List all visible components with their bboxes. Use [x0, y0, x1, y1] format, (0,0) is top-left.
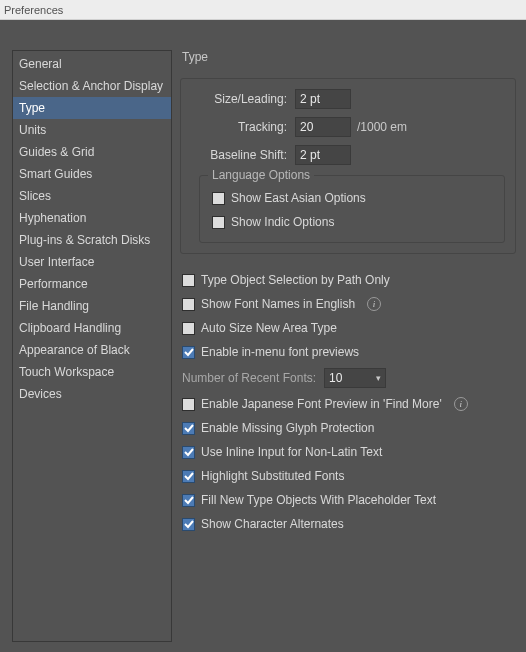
- jp-preview-row[interactable]: Enable Japanese Font Preview in 'Find Mo…: [180, 392, 516, 416]
- placeholder-label: Fill New Type Objects With Placeholder T…: [201, 493, 436, 507]
- info-icon[interactable]: i: [367, 297, 381, 311]
- size-leading-label: Size/Leading:: [191, 92, 295, 106]
- auto-size-label: Auto Size New Area Type: [201, 321, 337, 335]
- sidebar-item-file-handling[interactable]: File Handling: [13, 295, 171, 317]
- inline-input-checkbox[interactable]: [182, 446, 195, 459]
- indic-label: Show Indic Options: [231, 215, 334, 229]
- baseline-shift-label: Baseline Shift:: [191, 148, 295, 162]
- highlight-sub-checkbox[interactable]: [182, 470, 195, 483]
- path-only-checkbox[interactable]: [182, 274, 195, 287]
- sidebar-item-label: Plug-ins & Scratch Disks: [19, 233, 150, 247]
- panel-title: Type: [182, 50, 516, 64]
- font-previews-row[interactable]: Enable in-menu font previews: [180, 340, 516, 364]
- char-alt-checkbox[interactable]: [182, 518, 195, 531]
- sidebar-item-label: Hyphenation: [19, 211, 86, 225]
- east-asian-row[interactable]: Show East Asian Options: [210, 186, 494, 210]
- font-previews-checkbox[interactable]: [182, 346, 195, 359]
- east-asian-label: Show East Asian Options: [231, 191, 366, 205]
- info-icon[interactable]: i: [454, 397, 468, 411]
- recent-fonts-label: Number of Recent Fonts:: [182, 371, 316, 385]
- window-titlebar: Preferences: [0, 0, 526, 20]
- tracking-suffix: /1000 em: [357, 120, 407, 134]
- jp-preview-label: Enable Japanese Font Preview in 'Find Mo…: [201, 397, 442, 411]
- language-options-group: Language Options Show East Asian Options…: [199, 175, 505, 243]
- font-previews-label: Enable in-menu font previews: [201, 345, 359, 359]
- sidebar-item-label: Appearance of Black: [19, 343, 130, 357]
- missing-glyph-row[interactable]: Enable Missing Glyph Protection: [180, 416, 516, 440]
- jp-preview-checkbox[interactable]: [182, 398, 195, 411]
- highlight-sub-label: Highlight Substituted Fonts: [201, 469, 344, 483]
- window-title: Preferences: [4, 4, 63, 16]
- sidebar-item-hyphenation[interactable]: Hyphenation: [13, 207, 171, 229]
- sidebar-item-type[interactable]: Type: [13, 97, 171, 119]
- sidebar-item-label: Touch Workspace: [19, 365, 114, 379]
- auto-size-row[interactable]: Auto Size New Area Type: [180, 316, 516, 340]
- sidebar-item-performance[interactable]: Performance: [13, 273, 171, 295]
- path-only-row[interactable]: Type Object Selection by Path Only: [180, 268, 516, 292]
- inline-input-row[interactable]: Use Inline Input for Non-Latin Text: [180, 440, 516, 464]
- inline-input-label: Use Inline Input for Non-Latin Text: [201, 445, 382, 459]
- placeholder-checkbox[interactable]: [182, 494, 195, 507]
- char-alt-label: Show Character Alternates: [201, 517, 344, 531]
- auto-size-checkbox[interactable]: [182, 322, 195, 335]
- font-english-checkbox[interactable]: [182, 298, 195, 311]
- missing-glyph-label: Enable Missing Glyph Protection: [201, 421, 374, 435]
- sidebar-item-touch-workspace[interactable]: Touch Workspace: [13, 361, 171, 383]
- baseline-shift-row: Baseline Shift:: [191, 145, 505, 165]
- sidebar-item-label: Performance: [19, 277, 88, 291]
- recent-fonts-select[interactable]: 10 ▾: [324, 368, 386, 388]
- sidebar-item-label: File Handling: [19, 299, 89, 313]
- sidebar-item-label: Units: [19, 123, 46, 137]
- sidebar-item-units[interactable]: Units: [13, 119, 171, 141]
- sidebar-item-clipboard-handling[interactable]: Clipboard Handling: [13, 317, 171, 339]
- baseline-shift-input[interactable]: [295, 145, 351, 165]
- language-options-legend: Language Options: [208, 168, 314, 182]
- sidebar-item-label: Type: [19, 101, 45, 115]
- placeholder-row[interactable]: Fill New Type Objects With Placeholder T…: [180, 488, 516, 512]
- highlight-sub-row[interactable]: Highlight Substituted Fonts: [180, 464, 516, 488]
- missing-glyph-checkbox[interactable]: [182, 422, 195, 435]
- tracking-label: Tracking:: [191, 120, 295, 134]
- sidebar-item-selection-anchor[interactable]: Selection & Anchor Display: [13, 75, 171, 97]
- sidebar-item-label: General: [19, 57, 62, 71]
- sidebar-item-label: Guides & Grid: [19, 145, 94, 159]
- chevron-down-icon: ▾: [376, 373, 381, 383]
- recent-fonts-row: Number of Recent Fonts: 10 ▾: [180, 364, 516, 392]
- sidebar-item-label: Selection & Anchor Display: [19, 79, 163, 93]
- indic-row[interactable]: Show Indic Options: [210, 210, 494, 234]
- size-leading-row: Size/Leading:: [191, 89, 505, 109]
- sidebar-item-smart-guides[interactable]: Smart Guides: [13, 163, 171, 185]
- size-leading-input[interactable]: [295, 89, 351, 109]
- sidebar-item-label: Smart Guides: [19, 167, 92, 181]
- sidebar-item-plugins-scratch[interactable]: Plug-ins & Scratch Disks: [13, 229, 171, 251]
- east-asian-checkbox[interactable]: [212, 192, 225, 205]
- sidebar-item-guides-grid[interactable]: Guides & Grid: [13, 141, 171, 163]
- indic-checkbox[interactable]: [212, 216, 225, 229]
- tracking-row: Tracking: /1000 em: [191, 117, 505, 137]
- dialog-body: General Selection & Anchor Display Type …: [0, 20, 526, 652]
- font-english-label: Show Font Names in English: [201, 297, 355, 311]
- sidebar-item-label: Clipboard Handling: [19, 321, 121, 335]
- tracking-input[interactable]: [295, 117, 351, 137]
- preferences-sidebar: General Selection & Anchor Display Type …: [12, 50, 172, 642]
- type-increments-group: Size/Leading: Tracking: /1000 em Baselin…: [180, 78, 516, 254]
- sidebar-item-label: User Interface: [19, 255, 94, 269]
- path-only-label: Type Object Selection by Path Only: [201, 273, 390, 287]
- font-english-row[interactable]: Show Font Names in English i: [180, 292, 516, 316]
- char-alt-row[interactable]: Show Character Alternates: [180, 512, 516, 536]
- sidebar-item-appearance-black[interactable]: Appearance of Black: [13, 339, 171, 361]
- sidebar-item-user-interface[interactable]: User Interface: [13, 251, 171, 273]
- sidebar-item-general[interactable]: General: [13, 53, 171, 75]
- sidebar-item-label: Devices: [19, 387, 62, 401]
- sidebar-item-devices[interactable]: Devices: [13, 383, 171, 405]
- sidebar-item-slices[interactable]: Slices: [13, 185, 171, 207]
- sidebar-item-label: Slices: [19, 189, 51, 203]
- preferences-panel: Type Size/Leading: Tracking: /1000 em Ba…: [180, 50, 516, 642]
- recent-fonts-value: 10: [329, 371, 342, 385]
